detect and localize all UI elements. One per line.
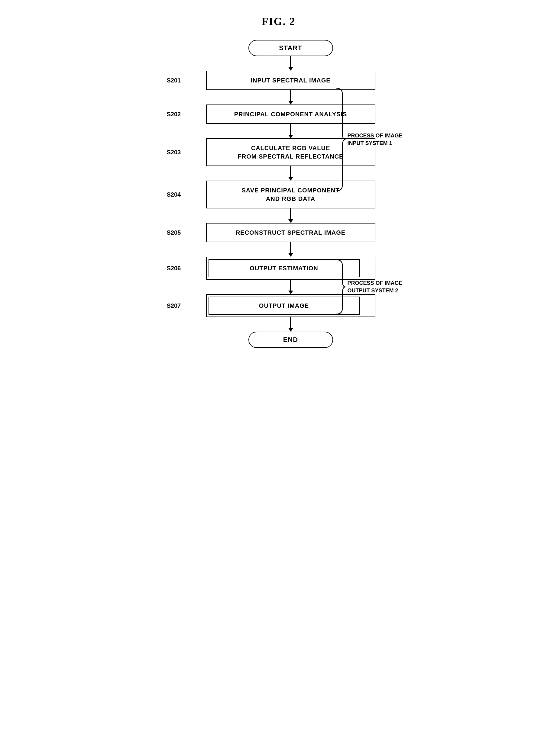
brace2-label: PROCESS OF IMAGE OUTPUT SYSTEM 2	[347, 279, 402, 294]
s206-label: S206	[167, 265, 181, 272]
s205-label: S205	[167, 229, 181, 236]
s203-label: S203	[167, 149, 181, 156]
arrow-head	[288, 253, 293, 257]
s201-row: S201 INPUT SPECTRAL IMAGE	[170, 71, 412, 90]
brace1-label: PROCESS OF IMAGE INPUT SYSTEM 1	[347, 132, 402, 147]
s205-box: RECONSTRUCT SPECTRAL IMAGE	[206, 223, 375, 242]
arrow-6	[288, 280, 293, 294]
arrow-head	[288, 219, 293, 223]
s204-label: S204	[167, 191, 181, 198]
arrow-head	[288, 290, 293, 294]
brace2-annotation: PROCESS OF IMAGE OUTPUT SYSTEM 2	[335, 260, 402, 314]
arrow-head	[288, 177, 293, 181]
arrow-head	[288, 328, 293, 332]
arrow-head	[288, 67, 293, 71]
arrow-7	[288, 317, 293, 332]
arrow-line	[290, 166, 291, 177]
s201-label: S201	[167, 77, 181, 84]
brace1-annotation: PROCESS OF IMAGE INPUT SYSTEM 1	[335, 88, 402, 191]
arrow-line	[290, 317, 291, 328]
arrow-line	[290, 280, 291, 290]
arrow-line	[290, 56, 291, 67]
start-terminal: START	[248, 40, 333, 56]
flowchart: START S201 INPUT SPECTRAL IMAGE S202 PRI…	[146, 40, 412, 348]
s205-row: S205 RECONSTRUCT SPECTRAL IMAGE	[170, 223, 412, 242]
arrow-line	[290, 90, 291, 101]
brace2-svg	[335, 260, 346, 314]
page: FIG. 2 START S201 INPUT SPECTRAL IMAGE	[140, 6, 418, 360]
s201-box: INPUT SPECTRAL IMAGE	[206, 71, 375, 90]
end-row: END	[170, 332, 412, 348]
arrow-head	[288, 101, 293, 104]
arrow-line	[290, 209, 291, 219]
end-terminal: END	[248, 332, 333, 348]
arrow-5	[288, 242, 293, 257]
figure-title: FIG. 2	[146, 15, 412, 28]
start-row: START	[170, 40, 412, 56]
arrow-2	[288, 124, 293, 138]
arrow-1	[288, 90, 293, 104]
group1-wrapper: S201 INPUT SPECTRAL IMAGE S202 PRINCIPAL…	[170, 71, 412, 209]
brace1-svg	[335, 88, 346, 191]
s207-label: S207	[167, 302, 181, 309]
arrow-3	[288, 166, 293, 181]
arrow-line	[290, 242, 291, 253]
arrow-line	[290, 124, 291, 135]
s202-label: S202	[167, 111, 181, 118]
arrow-0	[288, 56, 293, 71]
group2-wrapper: S206 OUTPUT ESTIMATION S207 OUTPUT IMAGE	[170, 257, 412, 317]
arrow-head	[288, 135, 293, 138]
arrow-4	[288, 209, 293, 223]
